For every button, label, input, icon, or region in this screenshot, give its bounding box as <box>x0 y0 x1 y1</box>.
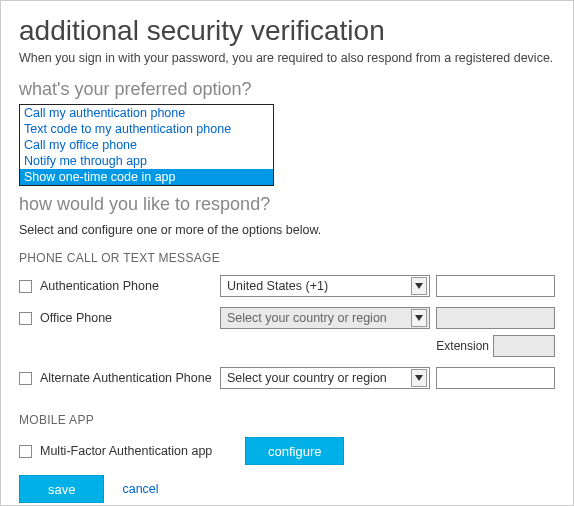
office-phone-country-value: Select your country or region <box>227 311 387 325</box>
auth-phone-label: Authentication Phone <box>40 279 159 293</box>
respond-hint: Select and configure one or more of the … <box>19 223 555 237</box>
chevron-down-icon <box>411 277 427 295</box>
preferred-option-heading: what's your preferred option? <box>19 79 555 100</box>
preferred-option-item[interactable]: Call my authentication phone <box>20 105 273 121</box>
chevron-down-icon <box>411 309 427 327</box>
page-title: additional security verification <box>19 15 555 47</box>
alt-phone-number-input[interactable] <box>436 367 555 389</box>
mobile-app-group-title: MOBILE APP <box>19 413 555 427</box>
configure-button[interactable]: configure <box>245 437 344 465</box>
auth-phone-country-value: United States (+1) <box>227 279 328 293</box>
preferred-option-item-selected[interactable]: Show one-time code in app <box>20 169 273 185</box>
office-phone-row: Office Phone Select your country or regi… <box>19 307 555 329</box>
alt-phone-country-select[interactable]: Select your country or region <box>220 367 430 389</box>
auth-phone-checkbox[interactable] <box>19 280 32 293</box>
save-button[interactable]: save <box>19 475 104 503</box>
page-subtitle: When you sign in with your password, you… <box>19 51 555 65</box>
cancel-link[interactable]: cancel <box>122 482 158 496</box>
office-phone-label: Office Phone <box>40 311 112 325</box>
auth-phone-country-select[interactable]: United States (+1) <box>220 275 430 297</box>
office-phone-checkbox[interactable] <box>19 312 32 325</box>
mobile-app-checkbox[interactable] <box>19 445 32 458</box>
auth-phone-number-input[interactable] <box>436 275 555 297</box>
office-phone-country-select: Select your country or region <box>220 307 430 329</box>
preferred-option-listbox[interactable]: Call my authentication phone Text code t… <box>19 104 274 186</box>
extension-input <box>493 335 555 357</box>
extension-label: Extension <box>436 339 489 353</box>
office-phone-number-input <box>436 307 555 329</box>
phone-group-title: PHONE CALL OR TEXT MESSAGE <box>19 251 555 265</box>
alt-phone-country-value: Select your country or region <box>227 371 387 385</box>
alt-phone-row: Alternate Authentication Phone Select yo… <box>19 367 555 389</box>
preferred-option-item[interactable]: Text code to my authentication phone <box>20 121 273 137</box>
auth-phone-row: Authentication Phone United States (+1) <box>19 275 555 297</box>
preferred-option-item[interactable]: Call my office phone <box>20 137 273 153</box>
respond-heading: how would you like to respond? <box>19 194 555 215</box>
preferred-option-item[interactable]: Notify me through app <box>20 153 273 169</box>
mobile-app-row: Multi-Factor Authentication app configur… <box>19 437 555 465</box>
mobile-app-label: Multi-Factor Authentication app <box>40 444 212 458</box>
chevron-down-icon <box>411 369 427 387</box>
alt-phone-label: Alternate Authentication Phone <box>40 371 212 385</box>
alt-phone-checkbox[interactable] <box>19 372 32 385</box>
